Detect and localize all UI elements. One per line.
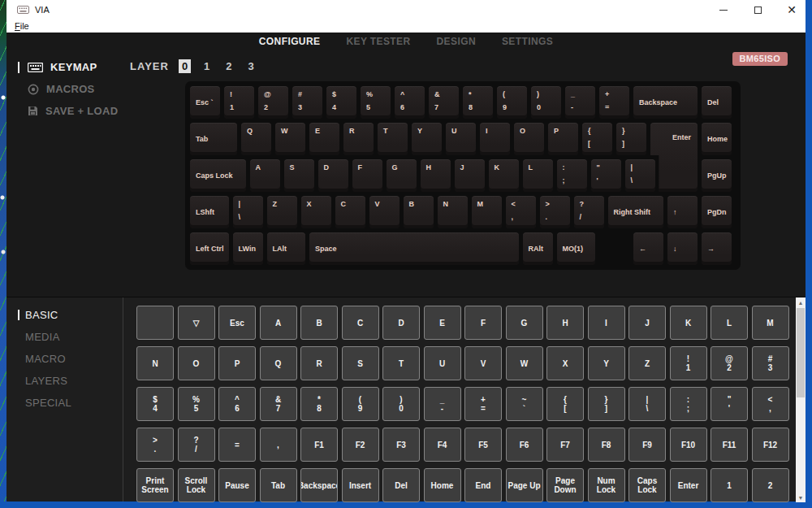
picker-key-esc[interactable]: Esc xyxy=(218,306,256,340)
picker-tab-macro[interactable]: MACRO xyxy=(18,353,66,365)
keymap-key-p[interactable]: P xyxy=(548,123,578,155)
picker-key-end[interactable]: End xyxy=(464,468,502,502)
keymap-key-key[interactable]: _- xyxy=(565,86,595,119)
picker-key-q[interactable]: Q xyxy=(260,346,297,380)
picker-key-home[interactable]: Home xyxy=(424,468,461,502)
keymap-key-5[interactable]: %5 xyxy=(361,86,391,119)
keymap-key-z[interactable]: Z xyxy=(267,196,297,228)
scrollbar-thumb[interactable] xyxy=(797,308,805,397)
picker-key-0[interactable]: )0 xyxy=(382,387,420,421)
picker-key-print-screen[interactable]: Print Screen xyxy=(136,468,174,502)
keymap-key-r[interactable]: R xyxy=(343,123,374,155)
keymap-key-key[interactable]: → xyxy=(702,232,732,265)
picker-key-h[interactable]: H xyxy=(546,306,584,340)
picker-key-insert[interactable]: Insert xyxy=(342,468,379,502)
keymap-key-key[interactable]: :; xyxy=(557,159,587,192)
picker-key-f12[interactable]: F12 xyxy=(752,428,789,462)
picker-key-key[interactable]: = xyxy=(218,428,256,462)
keymap-key-key[interactable]: "' xyxy=(591,159,621,192)
picker-key-z[interactable]: Z xyxy=(628,346,666,380)
keymap-key-f[interactable]: F xyxy=(352,159,382,192)
keymap-key-key[interactable]: ?/ xyxy=(574,196,604,228)
keymap-key-esc[interactable]: Esc ` xyxy=(190,86,220,119)
keymap-key-pgup[interactable]: PgUp xyxy=(702,159,732,192)
keymap-key-space[interactable]: Space xyxy=(309,232,519,265)
picker-key-k[interactable]: K xyxy=(670,306,707,340)
picker-key-num-lock[interactable]: Num Lock xyxy=(588,468,625,502)
keymap-key-a[interactable]: A xyxy=(250,159,280,192)
keymap-key-lwin[interactable]: LWin xyxy=(233,232,263,265)
picker-key-u[interactable]: U xyxy=(424,346,461,380)
keymap-key-q[interactable]: Q xyxy=(241,123,271,155)
picker-key-blank[interactable] xyxy=(136,306,174,340)
picker-key-key[interactable]: }] xyxy=(588,387,625,421)
picker-key-caps-lock[interactable]: Caps Lock xyxy=(628,468,666,502)
picker-key-key[interactable]: ~` xyxy=(506,387,543,421)
picker-key-9[interactable]: (9 xyxy=(342,387,379,421)
picker-key-n[interactable]: N xyxy=(136,346,174,380)
picker-key-backspace[interactable]: Backspace xyxy=(300,468,338,502)
keymap-key-o[interactable]: O xyxy=(514,123,544,155)
picker-key-v[interactable]: V xyxy=(464,346,502,380)
keymap-key-key[interactable]: <, xyxy=(506,196,536,228)
maximize-icon[interactable] xyxy=(750,2,765,17)
layer-option-0[interactable]: 0 xyxy=(179,59,191,73)
close-icon[interactable]: ✕ xyxy=(784,2,799,17)
keymap-key-0[interactable]: )0 xyxy=(531,86,561,119)
picker-key-b[interactable]: B xyxy=(300,306,338,340)
tab-configure[interactable]: CONFIGURE xyxy=(259,36,321,47)
sidebar-item-save-load[interactable]: SAVE + LOAD xyxy=(18,105,118,117)
picker-key-m[interactable]: M xyxy=(752,306,789,340)
keymap-key-c[interactable]: C xyxy=(335,196,365,228)
picker-key-x[interactable]: X xyxy=(546,346,584,380)
scrollbar[interactable]: ▲ ▼ xyxy=(796,297,806,502)
keymap-key-i[interactable]: I xyxy=(480,123,510,155)
keymap-key-v[interactable]: V xyxy=(369,196,400,228)
picker-key-w[interactable]: W xyxy=(506,346,543,380)
device-name-badge[interactable]: BM65ISO xyxy=(732,52,788,66)
keymap-key-caps-lock[interactable]: Caps Lock xyxy=(190,159,246,192)
keymap-key-d[interactable]: D xyxy=(318,159,348,192)
keymap-key-w[interactable]: W xyxy=(275,123,305,155)
picker-key-f[interactable]: F xyxy=(464,306,502,340)
picker-key-d[interactable]: D xyxy=(382,306,420,340)
picker-key-key[interactable]: , xyxy=(260,428,297,462)
picker-key-f4[interactable]: F4 xyxy=(424,428,461,462)
keymap-key-key[interactable]: += xyxy=(599,86,629,119)
tab-settings[interactable]: SETTINGS xyxy=(502,36,553,47)
picker-key-f6[interactable]: F6 xyxy=(506,428,543,462)
picker-key-r[interactable]: R xyxy=(300,346,338,380)
keymap-key-key[interactable]: |\ xyxy=(233,196,263,228)
picker-key-page-up[interactable]: Page Up xyxy=(506,468,543,502)
keymap-key-mo-1[interactable]: MO(1) xyxy=(557,232,596,265)
picker-key-5[interactable]: %5 xyxy=(178,387,215,421)
keymap-key-tab[interactable]: Tab xyxy=(190,123,237,155)
keymap-key-key[interactable]: ← xyxy=(633,232,663,265)
keymap-key-j[interactable]: J xyxy=(455,159,485,192)
keymap-key-4[interactable]: $4 xyxy=(326,86,356,119)
picker-key-key[interactable]: <, xyxy=(752,387,789,421)
keymap-key-e[interactable]: E xyxy=(309,123,339,155)
picker-key-8[interactable]: *8 xyxy=(300,387,338,421)
keymap-key-l[interactable]: L xyxy=(523,159,553,192)
keymap-key-key[interactable]: ↑ xyxy=(667,196,698,228)
keymap-key-1[interactable]: !1 xyxy=(224,86,254,119)
picker-key-e[interactable]: E xyxy=(424,306,461,340)
picker-key-del[interactable]: Del xyxy=(382,468,420,502)
keymap-key-8[interactable]: *8 xyxy=(463,86,493,119)
scroll-up-icon[interactable]: ▲ xyxy=(796,297,806,307)
picker-key-p[interactable]: P xyxy=(218,346,256,380)
picker-tab-special[interactable]: SPECIAL xyxy=(18,397,71,409)
picker-key-key[interactable]: >. xyxy=(136,428,174,462)
picker-key-key[interactable]: |\ xyxy=(628,387,666,421)
picker-key-1[interactable]: !1 xyxy=(670,346,707,380)
picker-key-a[interactable]: A xyxy=(260,306,297,340)
picker-key-o[interactable]: O xyxy=(178,346,215,380)
picker-key-f7[interactable]: F7 xyxy=(546,428,584,462)
picker-key-f9[interactable]: F9 xyxy=(628,428,666,462)
picker-key-key[interactable]: {[ xyxy=(546,387,584,421)
picker-key-pause[interactable]: Pause xyxy=(218,468,256,502)
sidebar-item-keymap[interactable]: KEYMAP xyxy=(18,61,97,73)
picker-key-f10[interactable]: F10 xyxy=(670,428,707,462)
keymap-key-key[interactable]: ↓ xyxy=(667,232,698,265)
